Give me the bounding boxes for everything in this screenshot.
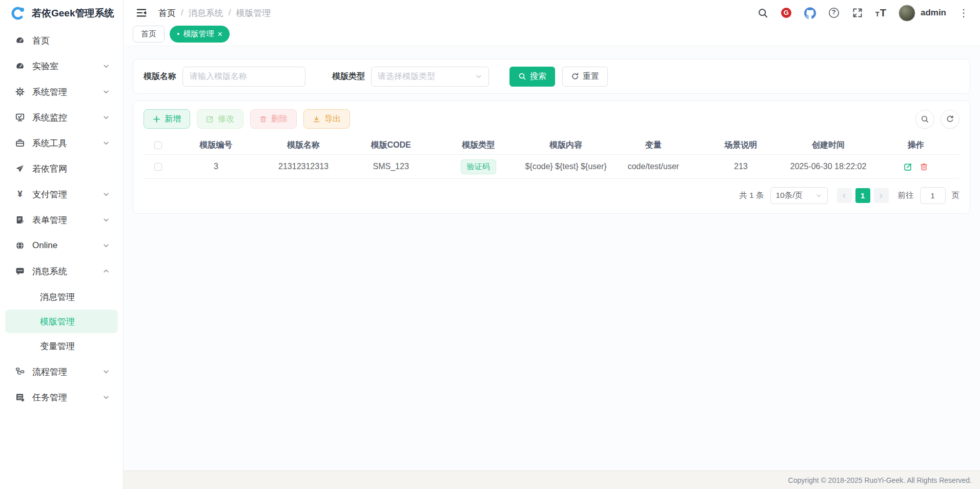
template-name-label: 模版名称 bbox=[144, 71, 176, 82]
col-variables: 变量 bbox=[609, 140, 697, 151]
sidebar-item-system-monitor[interactable]: 系统监控 bbox=[0, 105, 123, 130]
data-table: 模版编号 模版名称 模版CODE 模版类型 模版内容 变量 场景说明 创建时间 … bbox=[144, 136, 959, 179]
sidebar-item-label: 支付管理 bbox=[32, 189, 95, 200]
goto-label: 前往 bbox=[898, 190, 914, 201]
table-toolbar: 新增 修改 删除 导出 bbox=[144, 109, 959, 129]
dashboard-icon bbox=[15, 36, 25, 45]
add-button[interactable]: 新增 bbox=[144, 109, 190, 129]
page-1-button[interactable]: 1 bbox=[855, 188, 870, 203]
more-menu-icon[interactable]: ⋮ bbox=[958, 8, 969, 18]
add-button-label: 新增 bbox=[165, 114, 181, 125]
avatar[interactable] bbox=[899, 5, 915, 22]
search-icon[interactable] bbox=[758, 8, 768, 18]
delete-button[interactable]: 删除 bbox=[250, 109, 297, 129]
download-icon bbox=[313, 115, 320, 123]
sidebar-item-task-manage[interactable]: 任务管理 bbox=[0, 384, 123, 410]
cell-template-id: 3 bbox=[172, 162, 260, 171]
sidebar-item-system-tools[interactable]: 系统工具 bbox=[0, 130, 123, 156]
template-name-input[interactable] bbox=[182, 67, 305, 87]
sidebar-item-lab[interactable]: 实验室 bbox=[0, 53, 123, 79]
help-icon[interactable]: ? bbox=[828, 7, 840, 18]
gear-icon bbox=[15, 87, 25, 96]
row-edit-icon[interactable] bbox=[904, 162, 912, 171]
username[interactable]: admin bbox=[921, 8, 946, 18]
sidebar-item-ruoyi-website[interactable]: 若依官网 bbox=[0, 156, 123, 181]
goto-page-input[interactable] bbox=[920, 187, 946, 204]
fullscreen-icon[interactable] bbox=[852, 7, 863, 18]
chevron-down-icon bbox=[103, 394, 110, 401]
gitee-icon[interactable]: G bbox=[781, 7, 792, 18]
sidebar-collapse-icon[interactable] bbox=[136, 7, 147, 18]
sidebar-item-flow-manage[interactable]: 流程管理 bbox=[0, 359, 123, 384]
monitor-icon bbox=[15, 113, 25, 122]
cell-variables: code/test/user bbox=[609, 162, 697, 171]
page-unit-label: 页 bbox=[952, 190, 960, 201]
tag-home[interactable]: 首页 bbox=[133, 26, 165, 43]
chevron-down-icon bbox=[103, 139, 110, 147]
tag-template-manage[interactable]: ● 模版管理 × bbox=[170, 26, 230, 43]
col-created: 创建时间 bbox=[785, 140, 872, 151]
col-template-content: 模版内容 bbox=[522, 140, 610, 151]
select-all-checkbox[interactable] bbox=[154, 141, 162, 149]
table-header-row: 模版编号 模版名称 模版CODE 模版类型 模版内容 变量 场景说明 创建时间 … bbox=[144, 136, 959, 155]
app-title: 若依Geek管理系统 bbox=[32, 7, 114, 20]
chevron-down-icon bbox=[103, 368, 110, 375]
trash-icon bbox=[259, 115, 267, 123]
app-logo-icon bbox=[10, 6, 26, 21]
sidebar-item-variable-manage[interactable]: 变量管理 bbox=[0, 333, 123, 359]
page-content: 模版名称 模版类型 请选择模版类型 搜索 重置 bbox=[124, 46, 980, 471]
edit-button[interactable]: 修改 bbox=[197, 109, 243, 129]
sidebar-item-online[interactable]: Online bbox=[0, 233, 123, 258]
sidebar-menu: 首页 实验室 系统管理 bbox=[0, 27, 123, 489]
breadcrumb-home[interactable]: 首页 bbox=[158, 7, 176, 19]
sidebar-item-home[interactable]: 首页 bbox=[0, 28, 123, 53]
page-buttons: 1 bbox=[837, 188, 889, 203]
chevron-up-icon bbox=[103, 268, 110, 275]
template-type-select[interactable]: 请选择模版类型 bbox=[371, 67, 489, 87]
cell-template-code: SMS_123 bbox=[347, 162, 435, 171]
footer: Copyright © 2018-2025 RuoYi-Geek. All Ri… bbox=[124, 471, 980, 489]
sidebar-item-form-manage[interactable]: 表单管理 bbox=[0, 207, 123, 233]
next-page-button[interactable] bbox=[874, 188, 889, 203]
sidebar-item-message-system[interactable]: 消息系统 bbox=[0, 258, 123, 284]
reset-button[interactable]: 重置 bbox=[562, 67, 608, 87]
chevron-right-icon bbox=[878, 193, 884, 199]
sidebar-item-label: 任务管理 bbox=[32, 392, 95, 403]
sidebar: 若依Geek管理系统 首页 实验室 bbox=[0, 0, 124, 489]
row-checkbox[interactable] bbox=[154, 163, 162, 171]
export-button[interactable]: 导出 bbox=[303, 109, 350, 129]
cell-created: 2025-06-30 18:22:02 bbox=[785, 162, 872, 171]
table-search-toggle-icon[interactable] bbox=[915, 110, 934, 129]
row-delete-icon[interactable] bbox=[920, 162, 928, 171]
flow-tree-icon bbox=[15, 367, 25, 376]
table-toolbar-right bbox=[915, 110, 959, 129]
chevron-down-icon bbox=[815, 192, 822, 199]
tags-bar: 首页 ● 模版管理 × bbox=[124, 26, 980, 46]
search-button[interactable]: 搜索 bbox=[509, 67, 555, 87]
prev-page-button[interactable] bbox=[837, 188, 852, 203]
edit-icon bbox=[206, 115, 214, 123]
table-card: 新增 修改 删除 导出 bbox=[133, 100, 970, 214]
table-refresh-icon[interactable] bbox=[941, 110, 959, 129]
close-icon[interactable]: × bbox=[217, 30, 222, 38]
sidebar-item-label: 实验室 bbox=[32, 60, 95, 72]
active-dot-icon: ● bbox=[177, 32, 179, 36]
sidebar-item-label: 系统监控 bbox=[32, 112, 95, 124]
sidebar-item-message-manage[interactable]: 消息管理 bbox=[0, 284, 123, 310]
table-row: 3 21312312313 SMS_123 验证码 ${code} ${test… bbox=[144, 155, 959, 179]
chevron-down-icon bbox=[103, 216, 110, 223]
topbar: 首页 / 消息系统 / 模版管理 G ? bbox=[124, 0, 980, 26]
sidebar-item-system-manage[interactable]: 系统管理 bbox=[0, 79, 123, 105]
tag-label: 模版管理 bbox=[183, 29, 214, 39]
chevron-down-icon bbox=[103, 114, 110, 121]
github-icon[interactable] bbox=[804, 7, 816, 19]
page-size-select[interactable]: 10条/页 bbox=[770, 187, 828, 204]
sidebar-item-payment-manage[interactable]: ¥ 支付管理 bbox=[0, 181, 123, 207]
font-size-icon[interactable]: T T bbox=[875, 7, 886, 19]
paper-plane-icon bbox=[15, 164, 25, 173]
logo[interactable]: 若依Geek管理系统 bbox=[0, 0, 123, 27]
sidebar-item-template-manage[interactable]: 模版管理 bbox=[5, 310, 118, 333]
refresh-icon bbox=[571, 72, 579, 80]
col-template-code: 模版CODE bbox=[347, 140, 435, 151]
template-type-badge: 验证码 bbox=[461, 159, 496, 174]
